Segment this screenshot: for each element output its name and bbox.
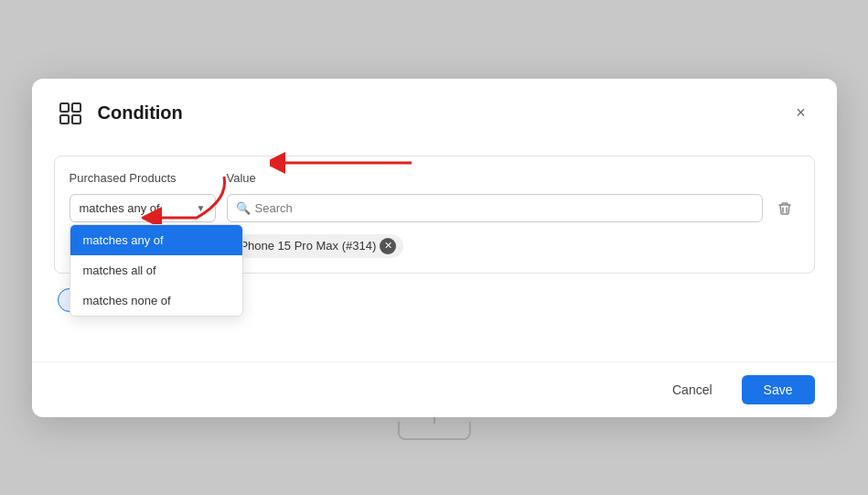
condition-modal: Condition × Purchased Products Value [32, 79, 837, 417]
value-row: 🔍 [227, 194, 799, 223]
value-field-group: Value [227, 171, 799, 190]
value-column: 🔍 iPhone 15 P [227, 194, 799, 258]
modal-footer: Cancel Save [32, 362, 837, 417]
modal-header: Condition × [32, 79, 837, 145]
tag-row: iPhone 15 Pro Max (#314) ✕ [227, 231, 799, 258]
cancel-button[interactable]: Cancel [654, 375, 731, 404]
svg-rect-3 [72, 115, 80, 124]
tag-label: iPhone 15 Pro Max (#314) [238, 239, 377, 253]
condition-icon [54, 97, 87, 130]
modal-body: Purchased Products Value matches any of … [32, 145, 837, 361]
value-col-label: Value [227, 171, 799, 185]
search-input[interactable] [227, 194, 763, 222]
operator-field-group: Purchased Products [70, 171, 216, 190]
modal-overlay: Condition × Purchased Products Value [0, 0, 868, 495]
dropdown-item-matches-any-of[interactable]: matches any of [70, 225, 242, 255]
dropdown-item-matches-none-of[interactable]: matches none of [70, 285, 242, 316]
column-labels: Purchased Products Value [70, 171, 799, 190]
condition-card: Purchased Products Value matches any of … [54, 156, 815, 274]
tag-iphone: iPhone 15 Pro Max (#314) ✕ [227, 234, 404, 258]
operator-dropdown-group: matches any of ▼ matches any of matches … [70, 194, 216, 222]
field-col-label: Purchased Products [70, 171, 216, 185]
operator-selected-value: matches any of [80, 201, 160, 215]
save-button[interactable]: Save [742, 375, 815, 404]
search-icon: 🔍 [236, 201, 251, 215]
dropdown-item-matches-all-of[interactable]: matches all of [70, 255, 242, 285]
controls-row: matches any of ▼ matches any of matches … [70, 194, 799, 258]
chevron-down-icon: ▼ [197, 203, 206, 213]
operator-dropdown-menu: matches any of matches all of matches no… [70, 224, 243, 317]
svg-rect-0 [60, 103, 69, 112]
close-button[interactable]: × [788, 100, 815, 127]
svg-rect-2 [60, 115, 69, 124]
operator-select[interactable]: matches any of ▼ [70, 194, 216, 222]
modal-title: Condition [98, 102, 788, 124]
delete-button[interactable] [770, 194, 799, 223]
search-wrapper: 🔍 [227, 194, 763, 222]
tag-remove-button[interactable]: ✕ [380, 238, 396, 254]
svg-rect-1 [72, 103, 80, 112]
